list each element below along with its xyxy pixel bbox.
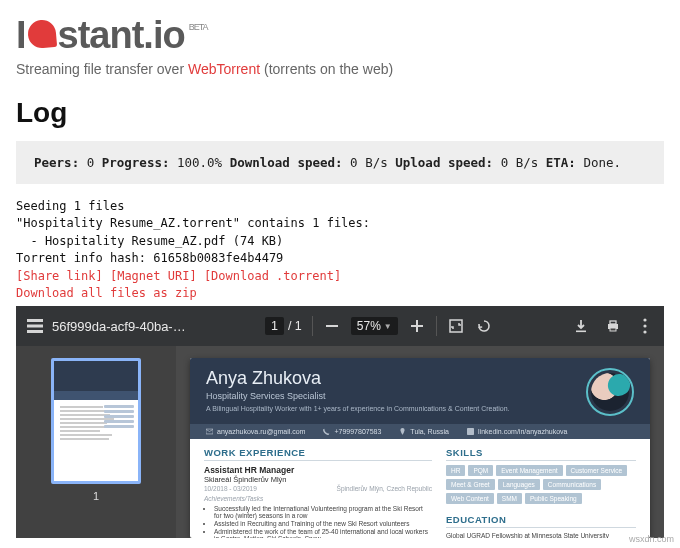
brand-n-glyph-icon xyxy=(26,19,56,49)
beta-badge: BETA xyxy=(189,22,208,32)
resume-name: Anya Zhukova xyxy=(206,368,510,389)
seed-file-line: - Hospitality Resume_AZ.pdf (74 KB) xyxy=(16,234,283,248)
location-icon xyxy=(399,428,406,435)
skill-tag: HR xyxy=(446,465,465,476)
share-link[interactable]: [Share link] xyxy=(16,269,103,283)
job-title: Assistant HR Manager xyxy=(204,465,432,475)
download-icon[interactable] xyxy=(572,317,590,335)
skill-tag: Customer Service xyxy=(566,465,628,476)
svg-point-9 xyxy=(643,325,646,328)
skill-tag: Meet & Greet xyxy=(446,479,495,490)
resume-summary: A Bilingual Hospitality Worker with 1+ y… xyxy=(206,405,510,412)
svg-point-10 xyxy=(643,331,646,334)
skill-tag: Web Content xyxy=(446,493,494,504)
job-subtitle: Skiareál Špindlerův Mlýn xyxy=(204,475,432,484)
education-line-1: Global UGRAD Fellowship at Minnesota Sta… xyxy=(446,532,636,538)
tagline-post: (torrents on the web) xyxy=(260,61,393,77)
job-location: Špindlerův Mlýn, Czech Republic xyxy=(337,485,432,492)
rotate-icon[interactable] xyxy=(475,317,493,335)
skill-tag: PQM xyxy=(468,465,493,476)
zoom-select[interactable]: 57% ▼ xyxy=(351,317,398,335)
svg-rect-4 xyxy=(576,331,586,333)
seed-log: Seeding 1 files "Hospitality Resume_AZ.t… xyxy=(16,198,664,302)
sidebar-toggle-icon[interactable] xyxy=(26,317,44,335)
download-zip-link[interactable]: Download all files as zip xyxy=(16,286,197,300)
job-bullet: Assisted in Recruiting and Training of t… xyxy=(214,520,432,527)
webtorrent-link[interactable]: WebTorrent xyxy=(188,61,260,77)
document-pane[interactable]: Anya Zhukova Hospitality Services Specia… xyxy=(176,346,664,538)
pdf-filename: 56f999da-acf9-40ba-… xyxy=(52,319,186,334)
toolbar-divider xyxy=(312,316,313,336)
caret-down-icon: ▼ xyxy=(384,322,392,331)
magnet-link[interactable]: [Magnet URI] xyxy=(110,269,197,283)
more-menu-icon[interactable] xyxy=(636,317,654,335)
contact-email: anyazhukova.ru@gmail.com xyxy=(217,428,305,435)
tagline-pre: Streaming file transfer over xyxy=(16,61,188,77)
skill-tag: Public Speaking xyxy=(525,493,582,504)
svg-rect-7 xyxy=(610,328,616,331)
resume-header: Anya Zhukova Hospitality Services Specia… xyxy=(190,358,650,424)
svg-rect-0 xyxy=(326,325,338,327)
resume-page: Anya Zhukova Hospitality Services Specia… xyxy=(190,358,650,538)
svg-rect-6 xyxy=(610,321,616,324)
zoom-out-icon[interactable] xyxy=(323,317,341,335)
job-tasks-label: Achievements/Tasks xyxy=(204,495,432,502)
skill-tag: Event Management xyxy=(496,465,562,476)
page-sep: / xyxy=(288,319,291,333)
skill-tag: Languages xyxy=(498,479,540,490)
fit-page-icon[interactable] xyxy=(447,317,465,335)
job-bullet: Administered the work of the team of 25-… xyxy=(214,528,432,538)
log-heading: Log xyxy=(16,97,664,129)
skill-tag: SMM xyxy=(497,493,522,504)
seed-line-1: Seeding 1 files xyxy=(16,199,124,213)
contact-linkedin: linkedin.com/in/anyazhukova xyxy=(478,428,568,435)
brand-letter-i: I xyxy=(16,14,26,57)
skill-tags: HR PQM Event Management Customer Service… xyxy=(446,465,636,504)
job-dates: 10/2018 - 03/2019 xyxy=(204,485,257,492)
contact-phone: +79997807583 xyxy=(334,428,381,435)
seed-hash-label: Torrent info hash: xyxy=(16,251,153,265)
toolbar-divider xyxy=(436,316,437,336)
svg-rect-2 xyxy=(416,320,418,332)
job-bullets: Successfully led the International Volun… xyxy=(204,505,432,538)
page-thumbnail[interactable] xyxy=(51,358,141,484)
seed-line-2: "Hospitality Resume_AZ.torrent" contains… xyxy=(16,216,370,230)
brand-logo: I stant.io BETA xyxy=(16,14,664,57)
resume-contact-bar: anyazhukova.ru@gmail.com +79997807583 Tu… xyxy=(190,424,650,439)
svg-rect-12 xyxy=(467,428,474,435)
job-bullet: Successfully led the International Volun… xyxy=(214,505,432,519)
seed-hash-value: 61658b0083fe4b4479 xyxy=(153,251,283,265)
page-indicator[interactable]: 1/ 1 xyxy=(265,319,302,333)
thumbnail-pane: 1 xyxy=(16,346,176,538)
email-icon xyxy=(206,428,213,435)
status-bar: Peers: 0 Progress: 100.0% Download speed… xyxy=(16,141,664,184)
tagline: Streaming file transfer over WebTorrent … xyxy=(16,61,664,77)
pdf-viewer: 56f999da-acf9-40ba-… 1/ 1 57% ▼ xyxy=(16,306,664,538)
thumbnail-label: 1 xyxy=(93,490,99,502)
pdf-toolbar: 56f999da-acf9-40ba-… 1/ 1 57% ▼ xyxy=(16,306,664,346)
contact-location: Tula, Russia xyxy=(410,428,449,435)
print-icon[interactable] xyxy=(604,317,622,335)
work-section-title: WORK EXPERIENCE xyxy=(204,447,432,461)
svg-point-8 xyxy=(643,319,646,322)
zoom-value: 57% xyxy=(357,319,381,333)
education-section-title: EDUCATION xyxy=(446,514,636,528)
linkedin-icon xyxy=(467,428,474,435)
download-torrent-link[interactable]: [Download .torrent] xyxy=(204,269,341,283)
page-total: 1 xyxy=(295,319,302,333)
skill-tag: Communications xyxy=(543,479,601,490)
job-meta: 10/2018 - 03/2019 Špindlerův Mlýn, Czech… xyxy=(204,485,432,492)
skills-section-title: SKILLS xyxy=(446,447,636,461)
avatar xyxy=(586,368,634,416)
zoom-in-icon[interactable] xyxy=(408,317,426,335)
brand-name-rest: stant.io xyxy=(58,14,185,57)
resume-title: Hospitality Services Specialist xyxy=(206,391,510,401)
phone-icon xyxy=(323,428,330,435)
page-current[interactable]: 1 xyxy=(265,317,284,335)
svg-rect-3 xyxy=(450,320,462,332)
watermark: wsxdn.com xyxy=(629,534,674,538)
